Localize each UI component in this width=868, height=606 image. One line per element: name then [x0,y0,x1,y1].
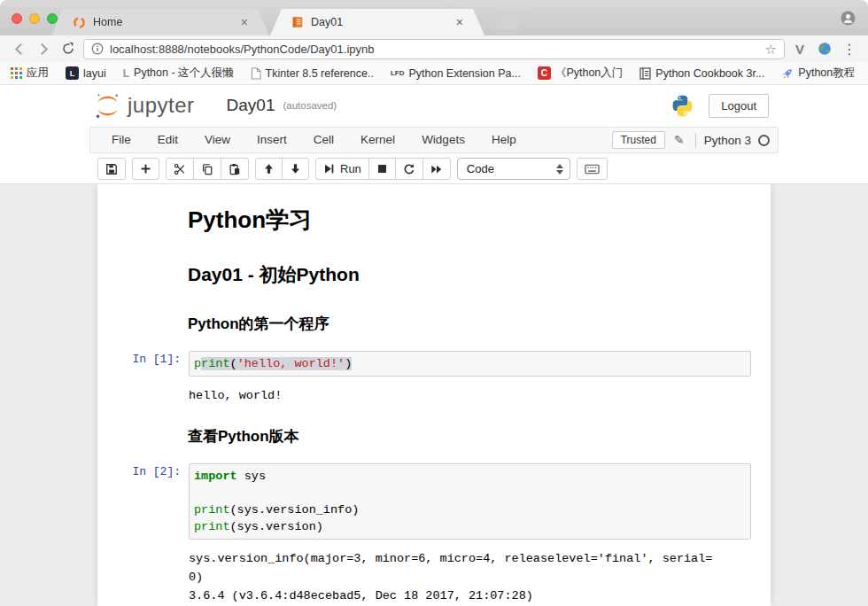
notebook-scroll-area[interactable]: Python学习 Day01 - 初始Python Python的第一个程序 I… [0,184,868,606]
bookmark-python-extensions[interactable]: LFD Python Extension Pa... [391,67,521,80]
code-input[interactable]: import sys print(sys.version_info)print(… [189,463,751,540]
markdown-cell[interactable]: Python的第一个程序 [112,297,756,342]
menu-widgets[interactable]: Widgets [408,128,478,152]
cell-type-select[interactable]: Code [457,158,570,180]
trusted-button[interactable]: Trusted [612,131,665,149]
command-palette-button[interactable] [577,158,608,180]
menu-edit[interactable]: Edit [144,128,191,152]
notebook-title[interactable]: Day01 [227,96,275,115]
code-cell-2[interactable]: In [2]: import sys print(sys.version_inf… [112,458,756,606]
heading-python-study: Python学习 [188,205,752,236]
interrupt-kernel-button[interactable] [368,158,396,180]
bookmark-label: 应用 [27,66,49,81]
extension-v-icon[interactable]: V [790,39,810,58]
move-cell-down-button[interactable] [282,158,309,180]
copy-icon [201,163,213,175]
browser-window: Home × Day01 × localhost [0,0,868,606]
lfd-icon: LFD [391,69,405,77]
kernel-name: Python 3 [704,134,751,147]
menu-view[interactable]: View [191,128,244,152]
heading-first-program: Python的第一个程序 [188,314,752,334]
page-info-icon[interactable] [91,43,104,55]
keyboard-icon [585,163,600,175]
tab-close-icon[interactable]: × [241,15,248,29]
url-text[interactable]: localhost:8888/notebooks/PythonCode/Day0… [110,43,759,56]
bookmark-star-icon[interactable]: ☆ [765,43,777,56]
input-prompt: In [1]: [117,351,189,377]
tab-home[interactable]: Home × [51,9,269,35]
markdown-cell[interactable]: Day01 - 初始Python [112,245,756,297]
profile-icon[interactable] [841,11,856,26]
jupyter-logo[interactable]: jupyter [94,92,195,120]
chrome-menu-icon[interactable]: ⋮ [840,39,859,58]
markdown-cell[interactable]: Python学习 [112,195,756,245]
bookmark-label: Python - 这个人很懒 [134,66,234,81]
logout-button[interactable]: Logout [709,94,769,118]
add-cell-button[interactable] [132,158,159,180]
layui-icon: L [66,66,79,80]
reload-icon[interactable] [58,39,78,58]
input-prompt: In [2]: [117,463,189,540]
bookmark-python-blog[interactable]: L Python - 这个人很懒 [123,66,234,81]
markdown-cell[interactable]: 查看Python版本 [112,409,756,454]
minimize-window-button[interactable] [29,13,40,24]
separator [695,133,696,148]
page-icon [251,67,261,80]
menu-help[interactable]: Help [478,128,530,152]
cell-output: sys.version_info(major=3, minor=6, micro… [189,549,712,606]
tab-day01[interactable]: Day01 × [270,9,484,35]
cell-output: hello, world! [189,386,282,405]
move-cell-up-button[interactable] [255,158,283,180]
book-icon [639,67,651,80]
zoom-window-button[interactable] [47,13,58,24]
menu-cell[interactable]: Cell [300,128,347,152]
bookmark-python-cookbook[interactable]: Python Cookbook 3r... [639,67,764,80]
paste-cell-button[interactable] [221,158,249,180]
new-tab-button[interactable] [494,11,526,29]
bookmark-label: Python Extension Pa... [408,67,520,80]
plus-icon [140,163,151,175]
letter-l-icon: L [123,67,129,80]
floppy-save-icon [105,163,118,175]
globe-extension-icon[interactable] [815,39,834,58]
cut-cell-button[interactable] [166,158,194,180]
menu-insert[interactable]: Insert [244,128,300,152]
traffic-lights [12,13,58,24]
menu-bar: File Edit View Insert Cell Kernel Widget… [89,127,779,153]
scissors-icon [174,163,186,175]
rocket-icon [781,67,794,80]
restart-run-all-button[interactable] [422,158,451,180]
tab-title: Day01 [311,16,451,28]
bookmark-label: Python Cookbook 3r... [655,67,764,80]
close-window-button[interactable] [12,13,22,24]
address-bar[interactable]: localhost:8888/notebooks/PythonCode/Day0… [83,39,785,59]
restart-kernel-button[interactable] [395,158,423,180]
code-input[interactable]: print('hello, world!') [189,351,751,377]
autosave-status: (autosaved) [283,100,337,111]
red-c-icon: C [538,66,551,80]
bookmark-tkinter[interactable]: Tkinter 8.5 reference.. [251,67,374,80]
jupyter-header: jupyter Day01 (autosaved) Logout [0,85,868,126]
bookmark-apps[interactable]: 应用 [11,66,49,81]
kernel-idle-indicator-icon [758,135,770,146]
heading-check-version: 查看Python版本 [188,426,752,447]
fast-forward-icon [430,163,443,175]
menu-file[interactable]: File [98,128,144,152]
tab-title: Home [93,16,236,28]
cell-type-value: Code [467,162,494,175]
tab-close-icon[interactable]: × [456,15,463,29]
save-button[interactable] [97,158,126,180]
bookmark-label: 《Python入门 [555,66,623,81]
bookmark-python-tutorial[interactable]: Python教程 [781,66,855,81]
bookmark-python-intro[interactable]: C 《Python入门 [538,66,623,81]
back-icon[interactable] [9,39,28,58]
code-cell-1[interactable]: In [1]: print('hello, world!') hello, wo… [112,346,756,409]
run-cell-button[interactable]: Run [315,158,369,180]
bookmark-layui[interactable]: L layui [66,66,106,80]
step-forward-run-icon [323,163,335,175]
menu-kernel[interactable]: Kernel [347,128,408,152]
forward-icon[interactable] [34,39,53,58]
copy-cell-button[interactable] [193,158,221,180]
notebook-document: Python学习 Day01 - 初始Python Python的第一个程序 I… [97,184,771,606]
notebook-toolbar: Run Code [0,154,868,184]
